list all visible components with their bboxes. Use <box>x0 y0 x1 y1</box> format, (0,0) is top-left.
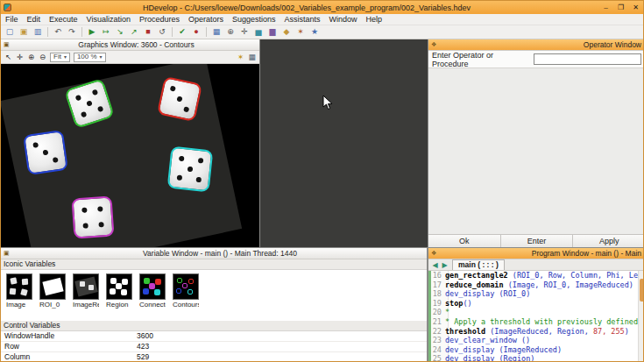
menu-item-help[interactable]: Help <box>362 14 387 25</box>
fit-dropdown[interactable]: Fit ▾ <box>50 53 70 62</box>
move-tool-icon[interactable]: ✛ <box>14 52 25 62</box>
save-program-icon[interactable]: ▥ <box>32 26 44 38</box>
menu-item-file[interactable]: File <box>1 14 23 25</box>
toolbar-separator <box>206 27 207 37</box>
panel-icon[interactable]: ▣ <box>4 250 11 257</box>
activate-line-icon[interactable]: ✔ <box>176 26 188 38</box>
feature-histogram-icon[interactable]: ▆ <box>266 26 279 38</box>
code-line-18[interactable]: 18dev_display (ROI_0) <box>428 289 644 299</box>
code-line-17[interactable]: 17reduce_domain (Image, ROI_0, ImageRedu… <box>428 280 644 290</box>
operator-prompt-row: Enter Operator or Procedure <box>428 51 644 68</box>
zoom-window-icon[interactable]: ⊕ <box>224 26 237 38</box>
main-toolbar: ▢▣▥↶↷▶↦↘↗■↺✔●▦⊕✛▅▆◆✶★ <box>1 25 643 39</box>
back-arrow-icon[interactable]: ◀ <box>430 261 440 269</box>
code-line-22[interactable]: 22threshold (ImageReduced, Region, 87, 2… <box>428 327 644 337</box>
stop-icon[interactable]: ■ <box>142 26 154 38</box>
code-line-24[interactable]: 24dev_display (ImageReduced) <box>428 345 644 355</box>
measure-assistant-icon[interactable]: ★ <box>308 26 321 38</box>
operator-input[interactable] <box>534 53 641 65</box>
die-pip <box>32 142 39 148</box>
ocr-assistant-icon[interactable]: ◆ <box>280 26 293 38</box>
matching-assistant-icon[interactable]: ✶ <box>294 26 307 38</box>
code-line-16[interactable]: 16gen_rectangle2 (ROI_0, Row, Column, Ph… <box>428 271 644 280</box>
thumb-shape <box>88 285 94 290</box>
magic-wand-icon[interactable]: ✶ <box>235 52 246 62</box>
gray-histogram-icon[interactable]: ▅ <box>252 26 265 38</box>
iconic-variable-roi_0[interactable]: ROI_0 <box>39 273 66 321</box>
code-line-20[interactable]: 20* <box>428 308 644 317</box>
menu-item-procedures[interactable]: Procedures <box>135 14 184 25</box>
zoom-out-icon[interactable]: ⊖ <box>37 52 48 62</box>
iconic-variable-label: ROI_0 <box>39 301 66 309</box>
toolbar-separator <box>172 27 173 37</box>
close-button[interactable]: ✕ <box>628 2 643 14</box>
new-program-icon[interactable]: ▢ <box>4 26 16 38</box>
step-over-icon[interactable]: ↦ <box>100 26 112 38</box>
die-pip <box>75 95 82 102</box>
step-into-icon[interactable]: ↘ <box>114 26 126 38</box>
operator-window-titlebar: ❖ Operator Window <box>428 39 644 51</box>
thumb-shape <box>74 276 98 296</box>
line-number: 21 <box>428 317 445 327</box>
menu-item-operators[interactable]: Operators <box>184 14 228 25</box>
variable-value: 529 <box>137 352 427 362</box>
control-variable-row[interactable]: WindowHandle3600 <box>1 331 427 342</box>
pixel-info-icon[interactable]: ✛ <box>238 26 251 38</box>
zoom-dropdown[interactable]: 100 % ▾ <box>74 53 106 62</box>
line-number: 19 <box>428 299 445 309</box>
code-text: threshold (ImageReduced, Region, 87, 255… <box>445 327 644 337</box>
maximize-button[interactable]: ❐ <box>613 2 628 14</box>
code-text: dev_display (ImageReduced) <box>445 345 644 355</box>
line-number: 22 <box>428 327 445 337</box>
iconic-variable-connecte[interactable]: Connecte <box>139 273 166 321</box>
breakpoint-icon[interactable]: ● <box>190 26 202 38</box>
code-line-21[interactable]: 21* Apply a threshold with previously de… <box>428 317 644 327</box>
menu-item-visualization[interactable]: Visualization <box>82 14 135 25</box>
zoom-in-icon[interactable]: ⊕ <box>25 52 37 62</box>
code-line-19[interactable]: 19stop() <box>428 299 644 309</box>
display-settings-icon[interactable]: ▦ <box>246 52 258 62</box>
variable-window-titlebar: ▣ Variable Window - main () - Main Threa… <box>1 248 427 259</box>
graphics-canvas[interactable] <box>1 64 259 247</box>
undo-icon[interactable]: ↶ <box>52 26 64 38</box>
apply-button[interactable]: Apply <box>573 235 644 247</box>
scrollbar-thumb[interactable] <box>640 279 644 302</box>
run-icon[interactable]: ▶ <box>86 26 98 38</box>
iconic-variable-contours[interactable]: Contours <box>173 273 199 321</box>
code-line-25[interactable]: 25dev_display (Region) <box>428 354 644 362</box>
menu-item-assistants[interactable]: Assistants <box>280 14 325 25</box>
iconic-variable-image[interactable]: Image <box>6 273 32 321</box>
thumb-shape <box>42 278 63 296</box>
ok-button[interactable]: Ok <box>428 235 501 247</box>
panel-icon[interactable]: ❖ <box>431 250 438 257</box>
thumb-shape <box>188 289 193 295</box>
iconic-thumbnail <box>73 273 99 300</box>
iconic-variable-region[interactable]: Region <box>106 273 132 321</box>
enter-button[interactable]: Enter <box>501 235 574 247</box>
die-pip <box>177 174 183 181</box>
code-line-23[interactable]: 23dev_clear_window () <box>428 336 644 345</box>
minimize-button[interactable]: – <box>598 2 613 14</box>
code-editor[interactable]: 16gen_rectangle2 (ROI_0, Row, Column, Ph… <box>428 271 644 362</box>
menu-item-window[interactable]: Window <box>325 14 362 25</box>
reset-execution-icon[interactable]: ↺ <box>156 26 168 38</box>
open-program-icon[interactable]: ▣ <box>18 26 30 38</box>
control-variable-row[interactable]: Column529 <box>1 352 427 362</box>
thumb-shape <box>176 288 181 294</box>
select-tool-icon[interactable]: ↖ <box>3 52 14 62</box>
step-out-icon[interactable]: ↗ <box>128 26 140 38</box>
panel-icon[interactable]: ❖ <box>431 41 438 48</box>
menu-item-edit[interactable]: Edit <box>23 14 46 25</box>
graphics-window-icon[interactable]: ▦ <box>210 26 223 38</box>
app-icon[interactable] <box>4 4 11 11</box>
operator-prompt-label: Enter Operator or Procedure <box>432 51 528 68</box>
redo-icon[interactable]: ↷ <box>66 26 78 38</box>
control-variable-row[interactable]: Row423 <box>1 342 427 352</box>
menu-item-execute[interactable]: Execute <box>45 14 82 25</box>
panel-icon[interactable]: ▣ <box>4 41 11 48</box>
program-scrollbar[interactable] <box>638 271 644 362</box>
iconic-variable-imagered[interactable]: ImageRed <box>73 273 99 321</box>
forward-arrow-icon[interactable]: ▶ <box>440 261 449 269</box>
tab-main[interactable]: main ( : : : ) <box>452 259 505 270</box>
menu-item-suggestions[interactable]: Suggestions <box>228 14 280 25</box>
